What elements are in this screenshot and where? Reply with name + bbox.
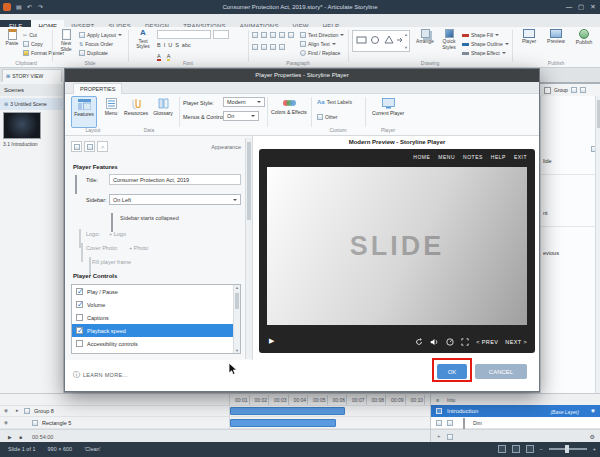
close-button[interactable]: ✕ [588,4,598,11]
player-menu-item[interactable]: HOME [413,154,430,160]
control-row-captions[interactable]: Captions [72,311,240,324]
font-style-button[interactable]: abc [182,42,191,48]
pane-scrollbar[interactable] [245,138,252,359]
playback-speed-checkbox[interactable] [76,327,83,334]
next-button[interactable]: NEXT > [505,339,527,345]
scroll-down-icon[interactable]: ▼ [235,348,239,353]
copy-layer-button[interactable] [447,434,453,440]
colors-effects-button[interactable]: Colors & Effects [271,96,307,128]
volume-icon[interactable] [430,338,439,346]
indent-increase-icon[interactable] [279,32,285,38]
title-input[interactable] [109,174,241,185]
zoom-in-button[interactable]: + [593,446,596,452]
font-style-button[interactable]: S [175,42,179,48]
font-style-button[interactable]: U [168,42,172,48]
apply-layout-button[interactable]: Apply Layout [79,32,122,38]
new-layer-icon[interactable] [436,420,442,426]
menu-button[interactable]: Menu [101,96,121,128]
dialog-titlebar[interactable]: Player Properties - Storyline Player [65,69,539,82]
shapes-gallery[interactable]: ▲ ▼ [352,30,410,52]
glossary-button[interactable]: Glossary [151,96,175,128]
font-style-button[interactable]: B [157,42,161,48]
gear-icon[interactable]: ⚙ [590,433,595,440]
scene-list-item[interactable]: ⊞ 3 Untitled Scene [0,98,63,110]
font-style-button[interactable]: I [164,42,166,48]
tab-story-view[interactable]: ⊞ STORY VIEW [2,69,62,82]
panel-scrollbar[interactable] [595,96,600,393]
player-menu-item[interactable]: MENU [438,154,455,160]
indent-decrease-icon[interactable] [270,32,276,38]
eye-icon[interactable]: ◉ [4,420,8,425]
tab-properties[interactable]: PROPERTIES [73,83,122,94]
align-center-icon[interactable] [261,44,267,50]
fullscreen-icon[interactable] [461,338,469,346]
view-slide-icon[interactable] [512,445,520,453]
font-style-buttons[interactable]: BIUSabc [157,42,194,48]
shape-fill-button[interactable]: Shape Fill [462,32,499,38]
control-row-play-pause[interactable]: Play / Pause [72,285,240,298]
shape-effect-button[interactable]: Shape Effect [462,50,506,56]
gallery-up-icon[interactable]: ▲ [404,32,408,37]
list-scrollbar[interactable]: ▲ ▼ [233,285,240,353]
bullets-icon[interactable] [252,32,258,38]
find-replace-button[interactable]: Find / Replace [300,50,340,56]
timeline-row[interactable]: ◉ ▸ Group 8 [0,405,430,417]
sidebar-collapsed-checkbox[interactable] [111,213,113,232]
delete-player-button[interactable]: ✕ [97,141,108,152]
player-style-select[interactable]: Modern [223,97,265,107]
font-size-select[interactable] [213,30,229,39]
timeline-play-button[interactable]: ▶ [8,434,12,440]
duplicate-layer-icon[interactable] [447,420,453,426]
prev-button[interactable]: < PREV [476,339,498,345]
timeline-stop-button[interactable]: ■ [19,434,22,440]
gallery-down-icon[interactable]: ▼ [404,45,408,50]
control-row-volume[interactable]: Volume [72,298,240,311]
scrollbar-thumb[interactable] [247,142,251,220]
cover-photo-checkbox[interactable] [81,243,83,262]
scroll-up-icon[interactable]: ▲ [235,285,239,290]
text-direction-button[interactable]: Text Direction [300,32,344,38]
align-left-icon[interactable] [252,44,258,50]
new-player-button[interactable] [71,141,82,152]
justify-icon[interactable] [279,44,285,50]
sidebar-select[interactable]: On Left [109,194,241,205]
minimize-button[interactable]: — [564,4,574,11]
numbering-icon[interactable] [261,32,267,38]
preview-play-button[interactable]: ▶ [269,337,274,345]
resources-button[interactable]: Resources [123,96,149,128]
text-labels-button[interactable]: Aa Text Labels [317,99,352,105]
control-row-accessibility[interactable]: Accessibility controls [72,337,240,350]
player-menu[interactable]: HOMEMENUNOTESHELPEXIT [405,154,527,160]
focus-order-button[interactable]: ⇅ Focus Order [79,41,113,47]
arrange-button[interactable]: Arrange [414,29,436,45]
cancel-button[interactable]: CANCEL [475,364,527,379]
panel-icon[interactable] [580,87,586,93]
timeline-object-bar[interactable] [230,419,336,427]
view-story-icon[interactable] [498,445,506,453]
preview-button[interactable]: Preview [544,29,568,45]
player-menu-item[interactable]: EXIT [514,154,527,160]
timeline-row[interactable]: ◉ Rectangle 5 [0,417,430,429]
play-pause-checkbox[interactable] [76,288,83,295]
zoom-slider[interactable] [549,448,587,450]
copy-button[interactable]: Copy [23,41,43,47]
timeline-ruler[interactable]: 00:0100:0200:0300:0400:0500:0600:0700:08… [230,394,430,405]
add-layer-button[interactable]: + [437,433,441,439]
maximize-button[interactable]: ▢ [576,4,586,11]
replay-icon[interactable] [415,338,423,346]
align-right-icon[interactable] [270,44,276,50]
timeline-object-bar[interactable] [230,407,345,415]
playback-speed-icon[interactable] [446,338,454,346]
duplicate-button[interactable]: Duplicate [79,50,108,56]
scrollbar-thumb[interactable] [597,100,600,128]
quick-styles-button[interactable]: Quick Styles [438,29,460,50]
captions-checkbox[interactable] [76,314,83,321]
expander-icon[interactable]: ▸ [16,407,19,413]
align-text-button[interactable]: Align Text [300,41,336,47]
view-fit-icon[interactable] [526,445,534,453]
paste-button[interactable]: Paste [3,29,21,47]
slide-thumbnail[interactable] [3,112,41,139]
features-button[interactable]: Features [71,96,97,128]
player-menu-item[interactable]: NOTES [463,154,483,160]
eye-icon[interactable]: ◉ [4,408,8,413]
